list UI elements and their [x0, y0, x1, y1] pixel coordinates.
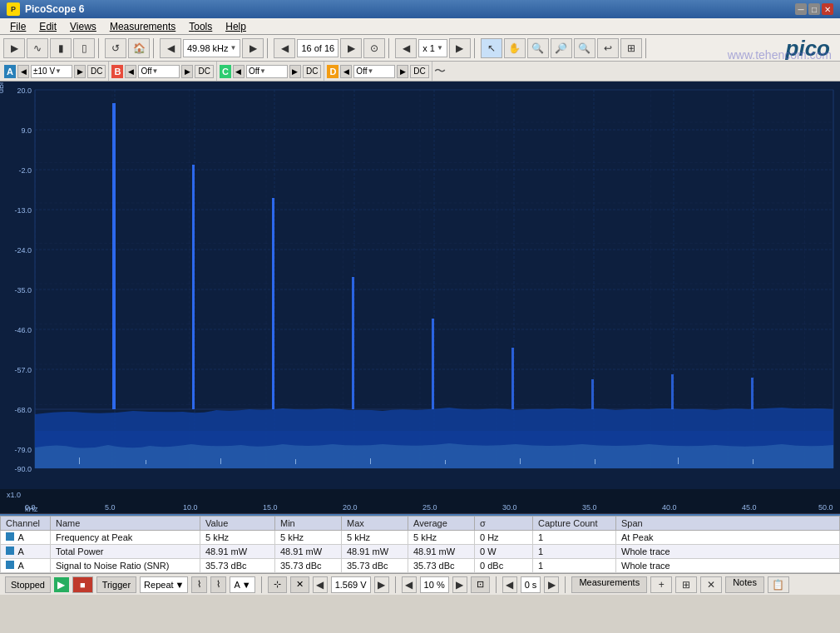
row2-ch-dot — [6, 546, 14, 555]
zoom-percent-prev[interactable]: ◀ — [402, 576, 417, 593]
notes-icon-btn[interactable]: 📋 — [768, 576, 789, 593]
col-avg: Average — [408, 517, 475, 531]
menu-item-tools[interactable]: Tools — [182, 19, 219, 34]
trigger-icon-btn[interactable]: ⌇ — [191, 576, 207, 593]
menu-item-file[interactable]: File — [3, 19, 32, 34]
channel-b-next[interactable]: ▶ — [181, 65, 193, 78]
svg-text:9.0: 9.0 — [21, 126, 32, 135]
voltage-next-btn[interactable]: ▶ — [374, 576, 389, 593]
tool-btn-1[interactable]: ▶ — [3, 38, 25, 58]
cursor-hand-btn[interactable]: ✋ — [504, 38, 526, 58]
status-sep-2 — [395, 576, 396, 593]
zoom-fit-btn[interactable]: ⊡ — [471, 576, 490, 593]
tool-btn-flag[interactable]: 🏠 — [128, 38, 150, 58]
freq-arrow: ▼ — [230, 44, 237, 52]
zoom-out-btn[interactable]: 🔍 — [574, 38, 595, 58]
channel-d-next[interactable]: ▶ — [397, 65, 408, 78]
row1-capture: 1 — [533, 531, 616, 545]
svg-text:-35.0: -35.0 — [14, 286, 32, 294]
time-next-btn[interactable]: ▶ — [544, 576, 559, 593]
channel-wavy-icon[interactable]: 〜 — [434, 64, 446, 79]
menu-item-help[interactable]: Help — [219, 19, 253, 34]
window-controls: ─ □ ✕ — [795, 3, 833, 15]
trigger-edge-btn[interactable]: ⌇ — [210, 576, 226, 593]
undo-btn[interactable]: ↩ — [597, 38, 619, 58]
menu-item-measurements[interactable]: Measurements — [103, 19, 182, 34]
zoom-percent-next[interactable]: ▶ — [452, 576, 467, 593]
col-channel: Channel — [1, 517, 51, 531]
measurements-table: Channel Name Value Min Max Average σ Cap… — [0, 516, 840, 573]
zoom-in2-btn[interactable]: 🔎 — [551, 38, 572, 58]
meas-del-btn[interactable]: ✕ — [700, 576, 722, 593]
row3-name: Signal to Noise Ratio (SNR) — [51, 559, 200, 573]
freq-prev-btn[interactable]: ◀ — [160, 38, 181, 58]
tool-btn-bar1[interactable]: ▮ — [50, 38, 72, 58]
meas-copy-btn[interactable]: ⊞ — [675, 576, 697, 593]
row3-max: 35.73 dBc — [342, 559, 408, 573]
channel-c-prev[interactable]: ◀ — [233, 65, 245, 78]
channel-select-dropdown[interactable]: A ▼ — [230, 576, 254, 593]
channel-c-label[interactable]: C — [220, 65, 231, 78]
channel-b-prev[interactable]: ◀ — [125, 65, 136, 78]
chart-container: 20.0 9.0 -2.0 -13.0 -24.0 -35.0 -46.0 -5… — [0, 82, 840, 489]
time-display[interactable]: 0 s — [521, 576, 541, 593]
row1-min: 5 kHz — [275, 531, 342, 545]
svg-rect-52 — [595, 459, 595, 464]
row2-channel: A — [1, 545, 51, 559]
time-prev-btn[interactable]: ◀ — [502, 576, 517, 593]
tool-btn-bar2[interactable]: ▯ — [73, 38, 95, 58]
voltage-prev-btn[interactable]: ◀ — [313, 576, 328, 593]
col-span: Span — [616, 517, 840, 531]
measurements-table-container: Channel Name Value Min Max Average σ Cap… — [0, 514, 840, 573]
x-axis: x1.0 0.0 5.0 10.0 15.0 20.0 25.0 30.0 35… — [0, 489, 840, 514]
x-label-25: 25.0 — [422, 503, 437, 512]
zoom-in-btn[interactable]: 🔍 — [527, 38, 549, 58]
freq-next-btn[interactable]: ▶ — [242, 38, 264, 58]
maximize-button[interactable]: □ — [808, 3, 820, 15]
row2-avg: 48.91 mW — [408, 545, 475, 559]
cap-mode-btn[interactable]: ⊙ — [363, 38, 385, 58]
channel-d-label[interactable]: D — [327, 65, 338, 78]
notes-label-btn[interactable]: Notes — [725, 576, 764, 593]
trigger-mode-dropdown[interactable]: Repeat ▼ — [140, 576, 188, 593]
channel-d-prev[interactable]: ◀ — [340, 65, 352, 78]
zoom-prev-btn[interactable]: ◀ — [395, 38, 417, 58]
freq-dropdown[interactable]: 49.98 kHz ▼ — [183, 39, 240, 57]
menu-item-views[interactable]: Views — [63, 19, 103, 34]
tool-btn-2[interactable]: ∿ — [27, 38, 48, 58]
app-icon-letter: P — [11, 5, 16, 13]
cap-prev-btn[interactable]: ◀ — [274, 38, 295, 58]
tool-btn-refresh[interactable]: ↺ — [105, 38, 126, 58]
zoom-fit-btn[interactable]: ⊞ — [620, 38, 642, 58]
status-sep-4 — [565, 576, 566, 593]
col-name: Name — [51, 517, 200, 531]
capture-dropdown[interactable]: 16 of 16 — [297, 39, 338, 57]
zoom-dropdown[interactable]: x 1 ▼ — [418, 39, 447, 57]
channel-c-next[interactable]: ▶ — [289, 65, 301, 78]
cursor-icon-btn[interactable]: ⊹ — [268, 576, 287, 593]
channel-d-range[interactable]: Off ▼ — [353, 65, 395, 78]
minimize-button[interactable]: ─ — [795, 3, 807, 15]
meas-add-btn[interactable]: + — [650, 576, 672, 593]
zoom-next-btn[interactable]: ▶ — [449, 38, 471, 58]
start-button[interactable]: ▶ — [54, 577, 69, 592]
channel-a-label[interactable]: A — [4, 65, 16, 78]
menu-item-edit[interactable]: Edit — [32, 19, 63, 34]
channel-b-label[interactable]: B — [111, 65, 123, 78]
channel-a-next[interactable]: ▶ — [74, 65, 86, 78]
cursor-select-btn[interactable]: ↖ — [481, 38, 502, 58]
channel-a-range[interactable]: ±10 V ▼ — [31, 65, 72, 78]
row1-ch-dot — [6, 532, 14, 541]
toolbar-sep-2 — [153, 38, 156, 58]
channel-a-prev[interactable]: ◀ — [17, 65, 29, 78]
voltage-display[interactable]: 1.569 V — [331, 576, 371, 593]
close-button[interactable]: ✕ — [822, 3, 833, 15]
cap-next-btn[interactable]: ▶ — [340, 38, 362, 58]
channel-b-range[interactable]: Off ▼ — [138, 65, 180, 78]
toolbar-sep-3 — [267, 38, 270, 58]
cursor-del-btn[interactable]: ✕ — [290, 576, 309, 593]
channel-c-range[interactable]: Off ▼ — [246, 65, 288, 78]
zoom-percent-display[interactable]: 10 % — [420, 576, 449, 593]
stop-button[interactable]: ■ — [72, 576, 93, 593]
measurements-label-btn[interactable]: Measurements — [571, 576, 647, 593]
